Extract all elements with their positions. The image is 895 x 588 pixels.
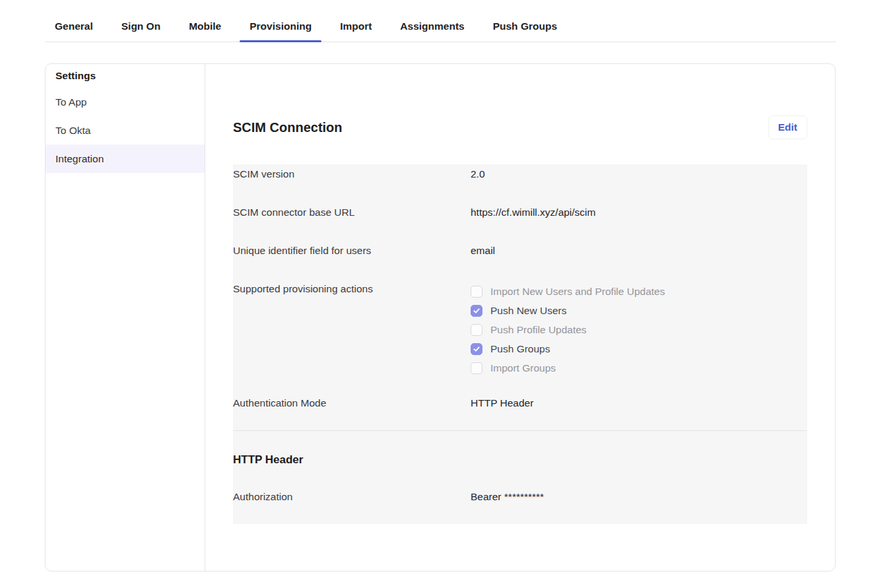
scim-connection-title: SCIM Connection <box>233 118 343 137</box>
section-header: SCIM Connection Edit <box>233 115 807 139</box>
tab-mobile[interactable]: Mobile <box>189 20 221 42</box>
detail-label: Authentication Mode <box>233 396 471 410</box>
provisioning-card: Settings To AppTo OktaIntegration SCIM C… <box>45 63 836 572</box>
checkbox-label: Push Groups <box>490 342 550 356</box>
detail-row: SCIM version2.0 <box>233 167 807 181</box>
checkbox-label: Push Profile Updates <box>490 323 587 337</box>
detail-label: Supported provisioning actions <box>233 282 471 377</box>
tab-import[interactable]: Import <box>340 20 372 42</box>
checkbox-label: Push New Users <box>490 304 566 318</box>
checkbox-label: Import Groups <box>490 361 556 376</box>
checkmark-icon <box>473 346 480 352</box>
checkbox-item: Import New Users and Profile Updates <box>471 282 665 301</box>
detail-value: https://cf.wimill.xyz/api/scim <box>471 205 595 220</box>
tab-provisioning[interactable]: Provisioning <box>249 20 312 42</box>
detail-label: Authorization <box>233 490 471 504</box>
edit-button[interactable]: Edit <box>768 115 807 139</box>
sidebar-item-integration[interactable]: Integration <box>46 145 205 173</box>
settings-sidebar: Settings To AppTo OktaIntegration <box>46 64 205 571</box>
checkbox-checked-icon[interactable] <box>471 343 482 355</box>
detail-value: 2.0 <box>471 167 485 181</box>
detail-label: Unique identifier field for users <box>233 244 471 258</box>
tab-sign-on[interactable]: Sign On <box>121 20 160 42</box>
http-header-title: HTTP Header <box>233 453 807 467</box>
app-tabbar: GeneralSign OnMobileProvisioningImportAs… <box>45 0 836 42</box>
checkbox-unchecked-icon[interactable] <box>471 286 482 298</box>
tab-assignments[interactable]: Assignments <box>400 20 464 42</box>
tab-push-groups[interactable]: Push Groups <box>493 20 557 42</box>
checkbox-item: Push Groups <box>471 339 665 358</box>
checkbox-item: Import Groups <box>471 358 665 377</box>
checkbox-unchecked-icon[interactable] <box>471 362 482 374</box>
detail-value: HTTP Header <box>471 396 533 410</box>
detail-row: Authentication ModeHTTP Header <box>233 396 807 410</box>
detail-row: Supported provisioning actionsImport New… <box>233 282 807 377</box>
sidebar-header: Settings <box>46 64 205 88</box>
checkbox-list: Import New Users and Profile UpdatesPush… <box>471 282 665 377</box>
detail-label: SCIM connector base URL <box>233 205 471 220</box>
scim-details-panel: SCIM version2.0SCIM connector base URLht… <box>233 164 807 524</box>
detail-value: Bearer ********** <box>471 490 544 504</box>
checkbox-label: Import New Users and Profile Updates <box>490 284 665 299</box>
sidebar-item-to-okta[interactable]: To Okta <box>46 116 205 145</box>
checkbox-unchecked-icon[interactable] <box>471 324 482 336</box>
section-divider <box>233 430 807 431</box>
detail-row: AuthorizationBearer ********** <box>233 490 807 504</box>
detail-value: email <box>471 244 495 258</box>
detail-row: SCIM connector base URLhttps://cf.wimill… <box>233 205 807 220</box>
checkbox-item: Push New Users <box>471 301 665 320</box>
checkbox-item: Push Profile Updates <box>471 320 665 339</box>
detail-row: Unique identifier field for usersemail <box>233 244 807 258</box>
detail-label: SCIM version <box>233 167 471 181</box>
checkbox-checked-icon[interactable] <box>471 305 482 317</box>
sidebar-item-to-app[interactable]: To App <box>46 88 205 116</box>
checkmark-icon <box>473 308 480 314</box>
scim-connection-section: SCIM Connection Edit SCIM version2.0SCIM… <box>205 64 835 571</box>
tab-general[interactable]: General <box>55 20 93 42</box>
